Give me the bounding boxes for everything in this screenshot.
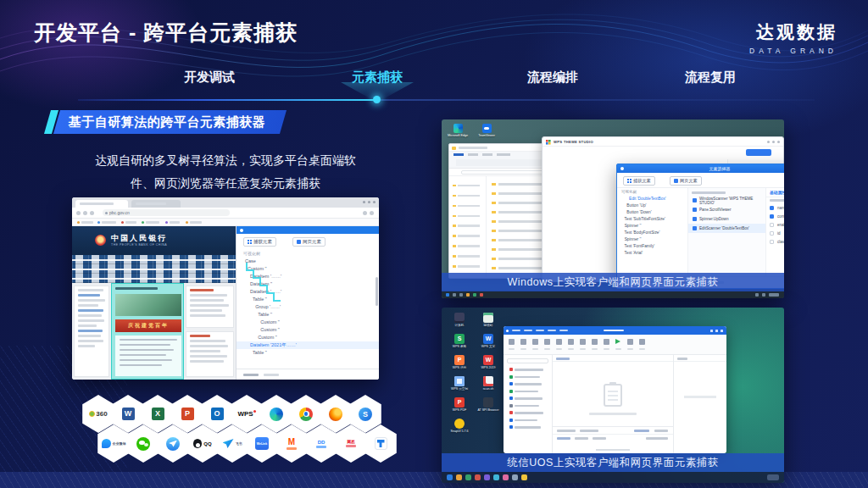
desktop-icon[interactable]: PWPS 演示: [447, 355, 472, 369]
maximize-icon[interactable]: [715, 330, 718, 332]
component-item[interactable]: [504, 374, 552, 381]
app-icon[interactable]: [493, 474, 499, 480]
web-element-button[interactable]: 网页元素: [670, 176, 702, 186]
close-icon[interactable]: [721, 330, 723, 332]
desktop-icon[interactable]: WWPS 文字: [476, 334, 501, 348]
checkbox-icon[interactable]: [770, 206, 774, 210]
stop-icon[interactable]: [627, 339, 633, 350]
checkbox-icon[interactable]: [770, 223, 774, 227]
browser-tab[interactable]: [131, 200, 181, 208]
app-icon[interactable]: [503, 474, 509, 480]
scrollbar[interactable]: [376, 277, 378, 306]
browser-tab[interactable]: [75, 200, 128, 208]
capture-icon[interactable]: [592, 339, 598, 350]
run-icon[interactable]: [615, 339, 621, 350]
property-row[interactable]: name 'DoubleTextBox': [766, 203, 784, 212]
desktop-icon[interactable]: WPS 云空间: [447, 376, 472, 391]
desktop-icon[interactable]: SnapUI 5.7.6: [447, 419, 472, 433]
capture-element-button[interactable]: 捕获元素: [623, 176, 655, 186]
maximize-icon[interactable]: [772, 141, 775, 143]
tree-node[interactable]: Table '': [236, 349, 379, 357]
checkbox-icon[interactable]: [770, 214, 774, 219]
checkbox-icon[interactable]: [693, 217, 697, 221]
tab-dev-debug[interactable]: 开发调试: [159, 68, 260, 86]
menu-item[interactable]: [548, 330, 556, 332]
profile-icon[interactable]: [363, 211, 367, 215]
menu-item[interactable]: [524, 330, 532, 332]
save-icon[interactable]: [520, 339, 526, 350]
tree-node[interactable]: Custom '': [236, 319, 379, 326]
path-row[interactable]: Spinner.UpDown: [688, 214, 765, 224]
component-item[interactable]: [504, 402, 552, 410]
desktop-icon[interactable]: PWPS PDF: [447, 397, 472, 412]
property-row[interactable]: class 'DoubleTextBox': [766, 237, 784, 246]
menu-item[interactable]: [512, 330, 520, 332]
checkbox-icon[interactable]: [693, 208, 697, 212]
web-element-button[interactable]: 网页元素: [292, 237, 326, 247]
maximize-icon[interactable]: [368, 201, 370, 203]
tree-node[interactable]: Table '': [236, 311, 379, 319]
app-icon[interactable]: [512, 474, 518, 480]
menu-item[interactable]: [536, 330, 544, 332]
tab-flow-orchestration[interactable]: 流程编排: [502, 68, 604, 86]
checkbox-icon[interactable]: [770, 231, 774, 236]
redo-icon[interactable]: [544, 339, 550, 350]
tray-icon[interactable]: [755, 293, 759, 297]
tree-node[interactable]: Custom '': [236, 334, 379, 341]
menu-item[interactable]: [559, 330, 568, 332]
app-icon[interactable]: [480, 293, 483, 297]
uos-dock[interactable]: [442, 472, 784, 483]
component-item[interactable]: [504, 417, 552, 424]
tree-node[interactable]: Text 'FontFamily': [617, 243, 687, 250]
tree-node[interactable]: Edit 'DoubleTextBox': [617, 196, 687, 202]
component-item[interactable]: [504, 395, 552, 402]
tree-node[interactable]: DataItem '2021年……': [236, 341, 379, 349]
desktop-icon[interactable]: AT SPI Browser: [476, 397, 501, 412]
desktop-icon[interactable]: 回收站: [476, 313, 501, 327]
tray-icon[interactable]: [762, 293, 765, 297]
start-icon[interactable]: [446, 293, 449, 297]
checkbox-icon[interactable]: [693, 198, 697, 202]
capture-element-button[interactable]: 捕获元素: [243, 237, 276, 247]
refresh-icon[interactable]: [90, 211, 94, 215]
property-row[interactable]: enabled 'true': [766, 220, 784, 229]
pbc-nav-grid[interactable]: [72, 255, 236, 283]
tree-node[interactable]: Text 'BodyFontSize': [617, 230, 687, 236]
tree-node[interactable]: Button 'Up': [617, 202, 687, 209]
search-icon[interactable]: [453, 293, 456, 297]
tree-node[interactable]: Button 'Down': [617, 209, 687, 216]
checkbox-icon[interactable]: [770, 240, 774, 244]
tree-node[interactable]: Custom '': [236, 326, 379, 334]
search-input[interactable]: [507, 358, 548, 363]
tree-node[interactable]: Text 'SubTitleFontSize': [617, 216, 687, 223]
minimize-icon[interactable]: [363, 201, 365, 203]
files-icon[interactable]: [456, 474, 462, 480]
minimize-icon[interactable]: [710, 330, 713, 332]
component-item[interactable]: [504, 388, 552, 396]
desktop-icon[interactable]: Microsoft Edge: [445, 124, 470, 137]
desktop-icon[interactable]: WWPS 2019: [476, 355, 501, 369]
app-icon[interactable]: [465, 474, 471, 480]
tree-node[interactable]: Spinner '': [617, 223, 687, 230]
component-item[interactable]: [504, 366, 552, 374]
address-bar[interactable]: pbc.gov.cn: [103, 209, 230, 216]
record-icon[interactable]: [580, 339, 586, 350]
forward-icon[interactable]: [83, 211, 87, 215]
explorer-icon[interactable]: [466, 293, 470, 297]
tree-node[interactable]: Spinner '': [617, 236, 687, 243]
tray-area[interactable]: [767, 474, 779, 480]
property-row[interactable]: id 'DoubleTextBox': [766, 229, 784, 237]
component-item[interactable]: [504, 424, 552, 431]
desktop-icon[interactable]: TeamViewer: [474, 124, 499, 137]
minimize-icon[interactable]: [767, 141, 770, 143]
property-row[interactable]: control 'Edit': [766, 212, 784, 220]
path-row[interactable]: EditScanner 'DoubleTextBox': [688, 224, 765, 233]
desktop-icon[interactable]: 计算机: [447, 313, 472, 327]
undo-icon[interactable]: [532, 339, 538, 350]
desktop-icon[interactable]: scan.sh: [476, 376, 501, 391]
windows-taskbar[interactable]: [442, 291, 784, 298]
component-item[interactable]: [504, 380, 552, 388]
checkbox-icon[interactable]: [693, 226, 697, 230]
app-icon[interactable]: [484, 474, 490, 480]
close-icon[interactable]: [777, 141, 780, 143]
